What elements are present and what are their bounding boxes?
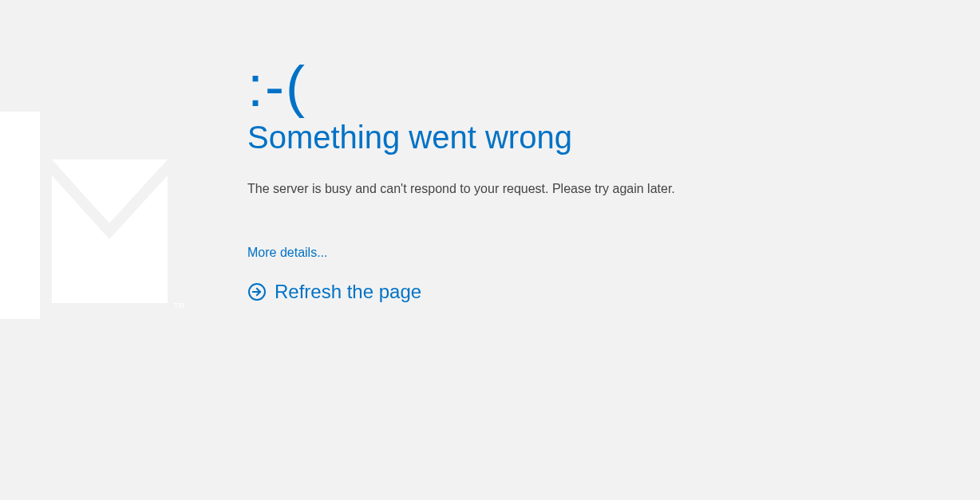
svg-marker-0	[0, 112, 40, 319]
error-panel: :-( Something went wrong The server is b…	[247, 57, 854, 303]
svg-marker-1	[52, 159, 168, 303]
more-details-link[interactable]: More details...	[247, 246, 327, 260]
refresh-page-button[interactable]: Refresh the page	[247, 281, 421, 303]
svg-marker-2	[52, 159, 168, 239]
refresh-page-label: Refresh the page	[275, 281, 421, 303]
error-headline: Something went wrong	[247, 120, 854, 155]
sad-face-emoticon: :-(	[247, 57, 854, 115]
trademark-text: TM	[174, 301, 184, 309]
mail-logo-icon	[0, 112, 192, 319]
arrow-right-circle-icon	[247, 282, 267, 301]
error-message: The server is busy and can't respond to …	[247, 182, 854, 196]
